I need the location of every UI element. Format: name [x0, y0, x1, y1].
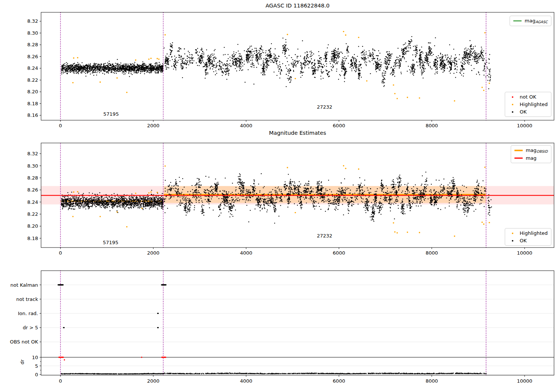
flag-category-label: OBS not OK: [10, 339, 38, 345]
x-tick-label: 8000: [426, 250, 438, 256]
x-tick-label: 4000: [240, 378, 252, 384]
legend-marker-icon: [508, 96, 517, 98]
legend-label: not OK: [520, 94, 536, 100]
legend-item: not OK: [508, 94, 548, 100]
legend-label: magOBSID: [526, 147, 548, 153]
legend-label: mag: [526, 155, 536, 161]
magnitude-panel-2: 02000400060008000100008.188.208.228.248.…: [27, 143, 554, 256]
dr-tick-label: 5: [35, 363, 38, 369]
y-tick-label: 8.32: [27, 18, 38, 24]
dr-tick-label: 0: [35, 372, 38, 377]
legend-line-icon: [514, 150, 523, 151]
flag-category-label: Ion. rad.: [18, 311, 38, 316]
legend-item: Highlighted: [508, 102, 548, 107]
legend-item: magAGASC: [513, 18, 548, 24]
legend-label: OK: [520, 238, 527, 243]
legend-panel2-1: magOBSIDmag: [511, 145, 551, 163]
legend-marker-icon: [508, 240, 517, 242]
x-tick-label: 2000: [147, 123, 159, 128]
dr-tick-label: 10: [32, 355, 38, 360]
x-tick-label: 6000: [333, 123, 345, 128]
flag-markers: [57, 284, 166, 329]
y-tick-label: 8.28: [27, 42, 38, 47]
legend-label: magAGASC: [525, 18, 548, 24]
legend-item: mag: [514, 155, 548, 161]
axis-ticks: 0200040006000800010000not Kalmannot trac…: [10, 282, 532, 384]
legend-marker-icon: [508, 111, 517, 113]
x-tick-label: 10000: [517, 250, 532, 256]
y-tick-label: 8.20: [27, 223, 38, 229]
obsid-annotation: 57195: [103, 240, 118, 245]
legend-line-icon: [514, 158, 523, 159]
legend-marker-icon: [508, 104, 517, 105]
scatter-highlighted-points: [72, 31, 490, 102]
y-tick-label: 8.28: [27, 175, 38, 181]
legend-item: magOBSID: [514, 147, 548, 153]
legend-marker-icon: [508, 233, 517, 234]
h-gridlines: [41, 285, 554, 374]
magnitude-panel-1: 02000400060008000100008.168.188.208.228.…: [27, 12, 554, 128]
legend-panel1-2: not OKHighlightedOK: [505, 92, 551, 117]
y-tick-label: 8.32: [27, 151, 38, 156]
y-tick-label: 8.26: [27, 187, 38, 193]
y-tick-label: 8.30: [27, 163, 38, 169]
x-tick-label: 2000: [147, 378, 159, 384]
x-tick-label: 4000: [240, 250, 252, 256]
x-tick-label: 8000: [426, 378, 438, 384]
x-tick-label: 10000: [517, 123, 532, 128]
x-tick-label: 10000: [517, 378, 532, 384]
axes-spine: [41, 271, 554, 375]
obsid-annotation: 57195: [103, 111, 119, 117]
y-tick-label: 8.18: [27, 236, 38, 241]
flag-category-label: dr > 5: [23, 325, 38, 330]
y-tick-label: 8.24: [27, 65, 38, 71]
panel2-title: Magnitude Estimates: [41, 130, 554, 136]
legend-line-icon: [513, 21, 522, 22]
legend-item: OK: [508, 238, 548, 243]
plot-canvas: 02000400060008000100008.168.188.208.228.…: [0, 0, 560, 392]
panel1-title: AGASC ID 118622848.0: [41, 3, 554, 9]
dr-axis-label: dr: [19, 357, 25, 368]
legend-panel2-2: HighlightedOK: [505, 228, 551, 246]
dr-ok-points: [61, 372, 486, 374]
x-tick-label: 2000: [147, 250, 159, 256]
legend-item: Highlighted: [508, 230, 548, 236]
legend-label: Highlighted: [520, 102, 548, 107]
y-tick-label: 8.16: [27, 112, 38, 118]
y-tick-label: 8.26: [27, 54, 38, 59]
scatter-ok-points: [61, 36, 491, 89]
legend-item: OK: [508, 109, 548, 115]
obsid-annotation: 27232: [317, 233, 332, 239]
legend-panel1-1: magAGASC: [510, 16, 551, 26]
x-tick-label: 0: [59, 378, 62, 384]
x-tick-label: 4000: [240, 123, 252, 128]
flag-category-label: not Kalman: [10, 282, 38, 288]
y-tick-label: 8.22: [27, 211, 38, 217]
y-tick-label: 8.22: [27, 77, 38, 83]
legend-label: Highlighted: [520, 230, 548, 236]
y-tick-label: 8.18: [27, 101, 38, 106]
obsid-annotation: 27232: [317, 104, 332, 110]
y-tick-label: 8.20: [27, 89, 38, 94]
x-tick-label: 0: [59, 123, 62, 128]
x-tick-label: 8000: [426, 123, 438, 128]
x-tick-label: 6000: [333, 250, 345, 256]
figure: 02000400060008000100008.168.188.208.228.…: [0, 0, 560, 392]
y-tick-label: 8.30: [27, 30, 38, 36]
flag-category-label: not track: [16, 296, 38, 302]
flags-panel: 0200040006000800010000not Kalmannot trac…: [10, 271, 554, 384]
x-tick-label: 6000: [333, 378, 345, 384]
y-tick-label: 8.24: [27, 199, 38, 205]
x-tick-label: 0: [59, 250, 62, 256]
legend-label: OK: [520, 109, 527, 115]
